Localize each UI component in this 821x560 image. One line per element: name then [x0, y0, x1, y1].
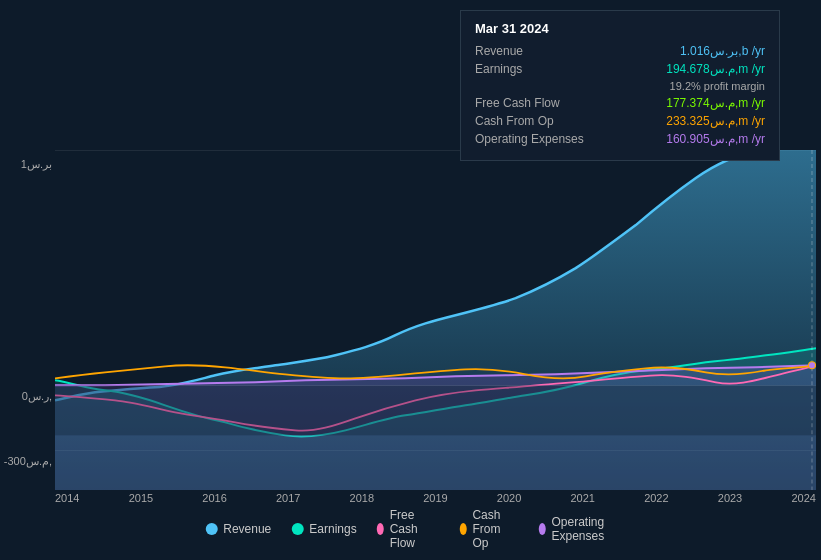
legend-revenue-dot: [205, 523, 217, 535]
legend-earnings: Earnings: [291, 522, 356, 536]
tooltip-cfo-row: Cash From Op 233.325م.س,m /yr: [475, 114, 765, 128]
tooltip-margin-row: 19.2% profit margin: [475, 80, 765, 92]
legend-cfo-label: Cash From Op: [472, 508, 518, 550]
tooltip-cfo-value: 233.325م.س,m /yr: [666, 114, 765, 128]
x-label-2014: 2014: [55, 492, 79, 504]
x-label-2022: 2022: [644, 492, 668, 504]
x-label-2023: 2023: [718, 492, 742, 504]
tooltip-opex-value: 160.905م.س,m /yr: [666, 132, 765, 146]
tooltip-fcf-label: Free Cash Flow: [475, 96, 560, 110]
legend-cfo-dot: [459, 523, 466, 535]
tooltip-opex-row: Operating Expenses 160.905م.س,m /yr: [475, 132, 765, 146]
tooltip-opex-label: Operating Expenses: [475, 132, 584, 146]
chart-legend: Revenue Earnings Free Cash Flow Cash Fro…: [205, 508, 616, 550]
chart-svg: [55, 150, 816, 490]
legend-earnings-dot: [291, 523, 303, 535]
x-axis: 2014 2015 2016 2017 2018 2019 2020 2021 …: [55, 485, 816, 510]
tooltip-margin-value: 19.2% profit margin: [670, 80, 765, 92]
legend-opex-label: Operating Expenses: [551, 515, 615, 543]
tooltip-date: Mar 31 2024: [475, 21, 765, 36]
x-label-2021: 2021: [570, 492, 594, 504]
tooltip-cfo-label: Cash From Op: [475, 114, 554, 128]
tooltip-earnings-label: Earnings: [475, 62, 522, 76]
legend-opex: Operating Expenses: [538, 515, 615, 543]
x-label-2019: 2019: [423, 492, 447, 504]
x-label-2024: 2024: [791, 492, 815, 504]
legend-revenue: Revenue: [205, 522, 271, 536]
tooltip-revenue-label: Revenue: [475, 44, 523, 58]
x-label-2020: 2020: [497, 492, 521, 504]
legend-earnings-label: Earnings: [309, 522, 356, 536]
legend-opex-dot: [538, 523, 545, 535]
chart-area: [0, 150, 821, 510]
tooltip-earnings-row: Earnings 194.678م.س,m /yr: [475, 62, 765, 76]
tooltip-fcf-value: 177.374م.س,m /yr: [666, 96, 765, 110]
data-tooltip: Mar 31 2024 Revenue 1.016بر.س,b /yr Earn…: [460, 10, 780, 161]
legend-fcf: Free Cash Flow: [377, 508, 440, 550]
tooltip-revenue-value: 1.016بر.س,b /yr: [680, 44, 765, 58]
legend-revenue-label: Revenue: [223, 522, 271, 536]
svg-rect-0: [55, 385, 816, 435]
x-label-2015: 2015: [129, 492, 153, 504]
tooltip-revenue-row: Revenue 1.016بر.س,b /yr: [475, 44, 765, 58]
legend-cfo: Cash From Op: [459, 508, 518, 550]
svg-point-4: [809, 362, 815, 368]
tooltip-fcf-row: Free Cash Flow 177.374م.س,m /yr: [475, 96, 765, 110]
x-label-2018: 2018: [350, 492, 374, 504]
legend-fcf-label: Free Cash Flow: [390, 508, 440, 550]
x-label-2016: 2016: [202, 492, 226, 504]
legend-fcf-dot: [377, 523, 384, 535]
tooltip-earnings-value: 194.678م.س,m /yr: [666, 62, 765, 76]
x-label-2017: 2017: [276, 492, 300, 504]
